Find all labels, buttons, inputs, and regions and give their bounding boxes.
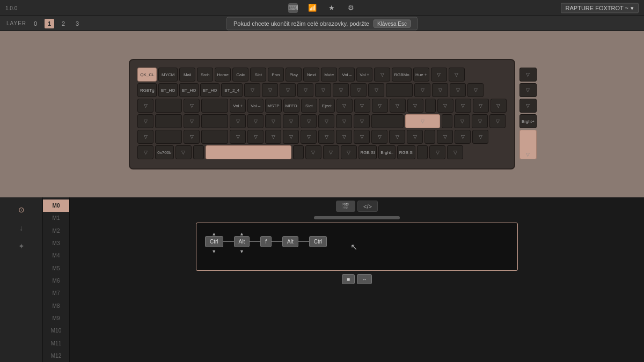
layer-0[interactable]: 0: [31, 19, 40, 28]
key-r5-5[interactable]: ▽: [230, 130, 246, 144]
key-tall-pink[interactable]: ▽: [519, 130, 537, 159]
key-r2-12[interactable]: ▽: [350, 83, 367, 97]
keyboard-icon[interactable]: ⌨: [288, 3, 298, 13]
key-r6-14[interactable]: ▽: [429, 145, 445, 159]
star-icon[interactable]: ✦: [13, 238, 30, 254]
key-r2-8[interactable]: ▽: [280, 83, 296, 97]
key-r2-11[interactable]: ▽: [333, 83, 349, 97]
key-r5-18[interactable]: ▽: [455, 130, 471, 144]
key-r5-9[interactable]: ▽: [301, 130, 317, 144]
key-r4-11[interactable]: ▽: [336, 114, 352, 128]
key-r3-1[interactable]: ▽: [137, 99, 153, 113]
macro-item-m7[interactable]: M7: [43, 287, 69, 299]
key-space[interactable]: [206, 145, 291, 159]
key-r5-12[interactable]: ▽: [354, 130, 370, 144]
gear-icon[interactable]: ⚙: [346, 3, 356, 13]
key-r4-17[interactable]: ▽: [472, 114, 488, 128]
stop-button[interactable]: ■: [342, 274, 355, 284]
star-icon[interactable]: ★: [327, 3, 336, 13]
download-icon[interactable]: ↓: [13, 220, 30, 236]
code-mode-button[interactable]: </>: [357, 201, 378, 212]
macro-item-m2[interactable]: M2: [43, 225, 69, 237]
macro-item-m12[interactable]: M12: [43, 350, 69, 362]
key-r5-19[interactable]: ▽: [472, 130, 488, 144]
layer-2[interactable]: 2: [58, 19, 68, 28]
macro-item-m10[interactable]: M10: [43, 324, 69, 337]
macro-key-alt2[interactable]: Alt: [282, 236, 298, 247]
key-bt-ho-3[interactable]: BT_HO: [200, 83, 219, 97]
rapture-button[interactable]: RAPTURE FOXTROT ~ ▾: [561, 3, 639, 13]
key-rgbmo[interactable]: RGBMo: [392, 68, 411, 82]
key-r6-8[interactable]: ▽: [323, 145, 339, 159]
key-r4-big-pink[interactable]: [371, 114, 404, 128]
macro-item-m5[interactable]: M5: [43, 262, 69, 275]
key-play[interactable]: Play: [286, 68, 302, 82]
key-re-1[interactable]: ▽: [519, 68, 537, 82]
macro-item-m11[interactable]: M11: [43, 337, 69, 349]
layer-3[interactable]: 3: [72, 19, 82, 28]
key-r3-17[interactable]: ▽: [437, 99, 453, 113]
macro-item-m8[interactable]: M8: [43, 300, 69, 312]
macro-key-ctrl[interactable]: ▲ Ctrl ▼: [205, 236, 223, 247]
key-brght-minus[interactable]: Brght–: [378, 145, 396, 159]
key-r4-6[interactable]: ▽: [247, 114, 264, 128]
key-r3-14[interactable]: ▽: [390, 99, 406, 113]
key-rgb-sl-2[interactable]: RGB Sl: [397, 145, 416, 159]
key-r5-7[interactable]: ▽: [265, 130, 281, 144]
key-brght-plus-re[interactable]: Brght+: [519, 114, 537, 128]
key-r4-5[interactable]: ▽: [230, 114, 246, 128]
key-r6-9[interactable]: ▽: [341, 145, 357, 159]
key-vol-minus-r3[interactable]: Vol –: [247, 99, 264, 113]
key-r4-10[interactable]: ▽: [318, 114, 334, 128]
record-icon[interactable]: ⊙: [13, 202, 30, 218]
key-r2-13[interactable]: ▽: [368, 83, 384, 97]
key-r5-14[interactable]: ▽: [389, 130, 405, 144]
key-srch[interactable]: Srch: [197, 68, 213, 82]
key-r2-18[interactable]: ▽: [467, 83, 484, 97]
key-bt24[interactable]: BT_2_4: [221, 83, 243, 97]
key-re-2[interactable]: ▽: [519, 83, 537, 97]
key-r4-12[interactable]: ▽: [354, 114, 370, 128]
macro-item-m4[interactable]: M4: [43, 249, 69, 262]
key-r3-12[interactable]: ▽: [354, 99, 370, 113]
key-mffd[interactable]: MFFD: [283, 99, 299, 113]
key-r6-1[interactable]: ▽: [137, 145, 153, 159]
key-arrow-3[interactable]: ▽: [449, 68, 465, 82]
key-rgbtg[interactable]: RGBTg: [137, 83, 157, 97]
key-0x700b[interactable]: 0x700b: [155, 145, 173, 159]
macro-key-ctrl2[interactable]: Ctrl: [309, 236, 327, 247]
key-r2-16[interactable]: ▽: [432, 83, 448, 97]
key-r2-6[interactable]: ▽: [244, 83, 260, 97]
key-r3-19[interactable]: ▽: [473, 99, 489, 113]
key-home[interactable]: Home: [215, 68, 231, 82]
key-r5-6[interactable]: ▽: [247, 130, 264, 144]
wifi-icon[interactable]: 📶: [308, 3, 317, 13]
key-r4-9[interactable]: ▽: [301, 114, 317, 128]
key-r5-13[interactable]: ▽: [371, 130, 387, 144]
key-r5-17[interactable]: ▽: [437, 130, 453, 144]
key-r4-1[interactable]: ▽: [137, 114, 153, 128]
key-mail[interactable]: Mail: [179, 68, 195, 82]
key-r5-8[interactable]: ▽: [283, 130, 299, 144]
key-r3-15[interactable]: ▽: [407, 99, 423, 113]
key-re-3[interactable]: ▽: [519, 99, 537, 113]
key-r2-7[interactable]: ▽: [262, 83, 278, 97]
key-enter-pink[interactable]: ▽: [405, 114, 440, 128]
layer-1[interactable]: 1: [45, 19, 54, 28]
key-r6-7[interactable]: ▽: [305, 145, 321, 159]
key-mycm[interactable]: MYCM: [158, 68, 178, 82]
macro-editor-canvas[interactable]: ▲ Ctrl ▼ ▲ Alt ▼ f Alt: [196, 223, 518, 271]
key-mute[interactable]: Mute: [321, 68, 337, 82]
key-r5-3[interactable]: ▽: [184, 130, 200, 144]
macro-item-m6[interactable]: M6: [43, 275, 69, 287]
key-r3-13[interactable]: ▽: [372, 99, 388, 113]
key-next[interactable]: Next: [303, 68, 319, 82]
key-r4-16[interactable]: ▽: [454, 114, 470, 128]
key-vol-plus-r3[interactable]: Vol +: [230, 99, 246, 113]
key-arrow-1[interactable]: ▽: [374, 68, 390, 82]
key-r3-3[interactable]: ▽: [184, 99, 200, 113]
macro-item-m1[interactable]: M1: [43, 212, 69, 224]
loop-button[interactable]: ↔: [357, 274, 372, 284]
key-bt-ho-2[interactable]: BT_HO: [179, 83, 199, 97]
key-rgb-sl-1[interactable]: RGB Sl: [358, 145, 377, 159]
